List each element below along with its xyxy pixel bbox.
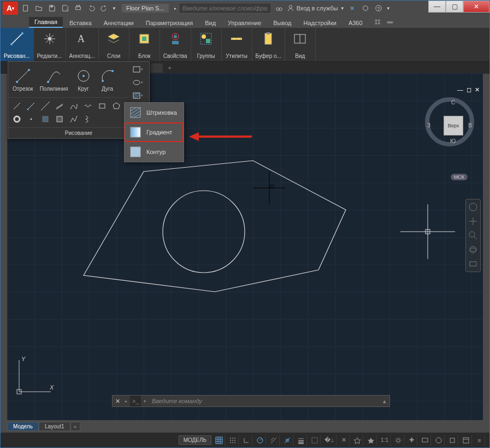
status-scale-label[interactable]: 1:1 — [379, 435, 391, 446]
layout-tab-add[interactable]: + — [70, 422, 80, 431]
ribbon-apps-icon[interactable] — [373, 17, 383, 28]
zoom-icon[interactable] — [468, 230, 479, 241]
small-region-icon[interactable] — [39, 113, 52, 125]
flyout-gradient[interactable]: Градиент — [125, 122, 184, 142]
tool-circle[interactable]: Круг — [73, 65, 95, 94]
status-grid-icon[interactable] — [214, 435, 225, 446]
status-qp-icon[interactable]: ✕ — [339, 435, 350, 446]
status-tpy-icon[interactable] — [309, 435, 321, 446]
plot-icon[interactable] — [73, 3, 84, 14]
orbit-icon[interactable] — [468, 244, 479, 255]
qat-dropdown[interactable]: ▼ — [112, 6, 116, 11]
file-tab-add[interactable]: + — [165, 63, 175, 72]
redo-icon[interactable] — [99, 3, 110, 14]
small-spline-icon[interactable] — [67, 100, 80, 112]
panel-properties[interactable]: Свойства — [160, 28, 191, 61]
search-input[interactable] — [179, 3, 271, 14]
small-mline-icon[interactable] — [53, 100, 66, 112]
panel-annotation[interactable]: AАннотац... — [66, 28, 99, 61]
panel-utilities[interactable]: Утилиты — [222, 28, 252, 61]
viewcube-top[interactable]: Верх — [444, 116, 463, 135]
small-rect-icon[interactable] — [96, 100, 109, 112]
small-3dpoly-icon[interactable] — [67, 113, 80, 125]
status-snap-icon[interactable] — [227, 435, 239, 446]
status-monitor-icon[interactable] — [420, 435, 431, 446]
a360-icon[interactable] — [360, 3, 371, 14]
canvas-restore-icon[interactable]: ◻ — [467, 86, 471, 93]
viewcube[interactable]: Верх С Ю В З — [425, 97, 474, 146]
status-osnap-icon[interactable] — [282, 435, 293, 446]
small-helix-icon[interactable] — [81, 113, 95, 125]
cmd-recent-icon[interactable]: ▴ — [380, 398, 389, 405]
panel-groups[interactable]: Группы — [191, 28, 222, 61]
status-gear-icon[interactable] — [393, 435, 404, 446]
undo-icon[interactable] — [86, 3, 97, 14]
small-line-icon[interactable] — [10, 100, 23, 112]
cmd-close-icon[interactable]: ✕ — [113, 398, 122, 405]
status-model-button[interactable]: МОДЕЛЬ — [179, 435, 211, 445]
panel-clipboard[interactable]: Буфер о... — [252, 28, 285, 61]
binoculars-icon[interactable] — [274, 3, 285, 14]
tab-insert[interactable]: Вставка — [64, 18, 97, 28]
small-xline-icon[interactable] — [39, 100, 52, 112]
status-hw-icon[interactable] — [433, 435, 445, 446]
cmd-history-icon[interactable]: ▸ — [122, 399, 130, 404]
canvas-close-icon[interactable]: ✕ — [475, 86, 480, 93]
status-ortho-icon[interactable] — [241, 435, 252, 446]
status-polar-icon[interactable] — [255, 435, 266, 446]
status-clean-icon[interactable] — [461, 435, 472, 446]
flyout-hatch[interactable]: Штриховка — [125, 103, 184, 122]
layout-tab-layout1[interactable]: Layout1 — [39, 422, 70, 431]
panel-draw[interactable]: Рисован... — [1, 28, 34, 61]
nav-wheel-icon[interactable] — [468, 202, 479, 213]
side-ellipse-icon[interactable]: ▾ — [129, 77, 146, 88]
status-annoscale-icon[interactable] — [365, 435, 377, 446]
layout-tab-model[interactable]: Модель — [7, 422, 39, 431]
tab-home[interactable]: Главная — [29, 17, 63, 28]
side-rect-icon[interactable]: ▾ — [129, 64, 146, 75]
status-ann-icon[interactable] — [352, 435, 363, 446]
side-hatch-icon[interactable]: ▾ — [129, 90, 146, 101]
exchange-icon[interactable]: ✕ — [347, 3, 358, 14]
tab-addins[interactable]: Надстройки — [298, 18, 342, 28]
panel-modify[interactable]: Редакти... — [34, 28, 66, 61]
tab-output[interactable]: Вывод — [268, 18, 297, 28]
status-iso-icon[interactable] — [268, 435, 280, 446]
tab-a360[interactable]: A360 — [343, 18, 368, 28]
panel-view[interactable]: Вид — [285, 28, 316, 61]
tab-view[interactable]: Вид — [199, 18, 221, 28]
open-icon[interactable] — [33, 3, 44, 14]
restore-button[interactable]: ▢ — [446, 1, 463, 13]
small-donut-icon[interactable] — [10, 113, 23, 125]
command-input[interactable]: Введите команду — [149, 398, 380, 404]
help-icon[interactable]: ? — [373, 3, 384, 14]
small-ray-icon[interactable] — [25, 100, 38, 112]
login-button[interactable]: Вход в службы▼ — [287, 4, 345, 12]
tool-line[interactable]: Отрезок — [10, 65, 36, 94]
app-logo[interactable]: A▾ — [3, 2, 18, 15]
file-tab-current[interactable] — [150, 63, 163, 73]
pan-icon[interactable] — [468, 216, 479, 227]
showmotion-icon[interactable] — [468, 258, 479, 269]
status-iso2-icon[interactable] — [447, 435, 458, 446]
close-button[interactable]: ✕ — [463, 1, 489, 13]
new-icon[interactable] — [20, 3, 31, 14]
status-ws-icon[interactable]: ✚ — [406, 435, 417, 446]
status-custom-icon[interactable]: ≡ — [474, 435, 485, 446]
small-wipe-icon[interactable] — [53, 113, 66, 125]
tab-manage[interactable]: Управление — [222, 18, 267, 28]
ribbon-collapse-icon[interactable] — [385, 17, 395, 28]
small-point-icon[interactable] — [25, 113, 38, 125]
small-rev-icon[interactable] — [81, 100, 95, 112]
status-lwt-icon[interactable] — [296, 435, 307, 446]
wcs-badge[interactable]: МСК — [451, 174, 468, 180]
save-icon[interactable] — [46, 3, 57, 14]
saveas-icon[interactable] — [60, 3, 70, 14]
tab-annotate[interactable]: Аннотации — [98, 18, 139, 28]
tab-parametric[interactable]: Параметризация — [140, 18, 198, 28]
small-poly-icon[interactable] — [110, 100, 123, 112]
panel-block[interactable]: Блок — [129, 28, 160, 61]
flyout-boundary[interactable]: Контур — [125, 142, 184, 162]
tool-polyline[interactable]: Полилиния — [38, 65, 70, 94]
tool-arc[interactable]: Дуга — [97, 65, 119, 94]
